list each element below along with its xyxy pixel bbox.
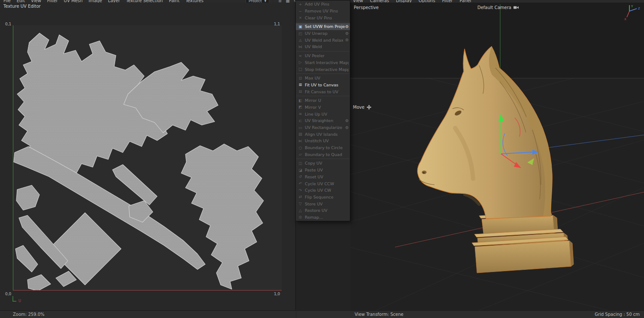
view-mode-text: Perspective xyxy=(354,5,379,10)
viewport-menubar-item-display[interactable]: Display xyxy=(396,0,412,3)
pin-remove-icon: − xyxy=(298,9,303,13)
menubar-item-texture-selection[interactable]: Texture Selection xyxy=(126,0,163,3)
uv-context-menu: +Add UV Pins−Remove UV Pins×Clear UV Pin… xyxy=(295,0,350,221)
menu-item-unstitch-uv: ⋉Unstitch UV xyxy=(296,138,350,144)
menu-item-remap: ◎Remap... xyxy=(296,214,350,221)
viewport-menubar: ViewCamerasDisplayOptionsFilterPanel xyxy=(353,0,471,3)
menu-item-label: Start Interactive Mapping xyxy=(305,60,349,65)
menu-item-uv-straighten: ⊏UV Straighten⚙ xyxy=(296,117,350,124)
hud-z-axis xyxy=(629,9,637,11)
menubar-item-file[interactable]: File xyxy=(3,0,11,3)
uv-statusbar: Zoom: 259.0% xyxy=(0,310,296,318)
viewport-menubar-item-filter[interactable]: Filter xyxy=(442,0,453,3)
menubar-item-view[interactable]: View xyxy=(31,0,41,3)
hud-x-label: X xyxy=(624,18,626,21)
menu-item-uv-weld-and-relax: ◬UV Weld and Relax⚙ xyxy=(296,37,350,43)
menu-item-label: UV Rectangularize xyxy=(305,125,342,130)
mid-statusbar xyxy=(296,310,350,318)
menubar-item-paint[interactable]: Paint xyxy=(169,0,179,3)
menu-item-flip-sequence: ⇄Flip Sequence xyxy=(296,194,350,201)
file-menus: FileEditViewFilterUV MeshImageLayerTextu… xyxy=(3,0,204,3)
view-mode-label[interactable]: Perspective xyxy=(354,5,379,10)
max-uv-icon: ⊡ xyxy=(298,76,303,80)
cycle-uv-ccw-icon: ↶ xyxy=(298,181,303,186)
menu-item-label: Set UVW from Projection xyxy=(305,24,345,29)
menu-item-label: UV Weld xyxy=(305,44,322,49)
menu-item-label: Mirror U xyxy=(305,98,321,103)
bodypaint-uv-edit-app: FileEditViewFilterUV MeshImageLayerTextu… xyxy=(0,0,644,318)
viewport-menubar-item-view[interactable]: View xyxy=(353,0,363,3)
menu-item-label: Paste UV xyxy=(305,168,323,172)
menubar-item-edit[interactable]: Edit xyxy=(17,0,25,3)
menubar-item-layer[interactable]: Layer xyxy=(108,0,120,3)
gear-icon[interactable]: ⚙ xyxy=(345,125,349,130)
layout-grid-icon[interactable]: ▦ xyxy=(286,0,289,3)
uv-weld-relax-icon: ◬ xyxy=(298,38,303,42)
menu-item-set-uvw-from-projection[interactable]: ▣Set UVW from Projection⚙ xyxy=(296,23,350,30)
menu-item-restore-uv: △Restore UV xyxy=(296,207,350,214)
menu-item-label: Boundary to Circle xyxy=(305,145,343,150)
project-dropdown[interactable]: Project ▾ xyxy=(246,0,269,3)
flip-sequence-icon: ⇄ xyxy=(298,195,303,199)
uv-axis-indicator: U xyxy=(12,296,24,303)
start-mapping-icon: ▷ xyxy=(298,60,303,64)
menu-item-remove-uv-pins: −Remove UV Pins xyxy=(296,8,350,15)
camera-label[interactable]: Default Camera xyxy=(477,5,519,10)
project-dropdown-label: Project xyxy=(249,0,262,3)
gear-icon[interactable]: ⚙ xyxy=(345,31,349,36)
menubar-item-image[interactable]: Image xyxy=(88,0,102,3)
reset-uv-icon: ↺ xyxy=(298,174,303,179)
menu-item-label: Max UV xyxy=(305,76,320,80)
viewport-menubar-item-options[interactable]: Options xyxy=(419,0,435,3)
grid-spacing-label: Grid Spacing : 50 cm xyxy=(595,312,640,317)
gear-icon[interactable]: ⚙ xyxy=(345,24,349,29)
menu-item-label: Stop Interactive Mapping xyxy=(305,67,349,72)
menu-item-fit-uv-to-canvas[interactable]: ⊞Fit UV to Canvas xyxy=(296,82,350,89)
stop-mapping-icon: □ xyxy=(298,67,303,71)
menu-item-uv-weld: ⋈UV Weld xyxy=(296,43,350,50)
menu-item-start-interactive-mapping: ▷Start Interactive Mapping xyxy=(296,59,350,66)
restore-uv-icon: △ xyxy=(298,208,303,213)
menu-item-label: Store UV xyxy=(305,202,323,206)
menu-item-label: Restore UV xyxy=(305,208,328,213)
menu-separator xyxy=(296,159,349,159)
uv-weld-icon: ⋈ xyxy=(298,45,303,49)
nostril-shadow xyxy=(423,172,425,174)
uv-canvas[interactable] xyxy=(13,25,282,290)
tool-name-text: Move xyxy=(353,105,365,110)
menu-item-label: Reset UV xyxy=(305,174,323,179)
gear-icon[interactable]: ⚙ xyxy=(345,119,349,123)
cycle-uv-cw-icon: ↷ xyxy=(298,188,303,193)
gear-icon[interactable]: ⚙ xyxy=(345,38,349,42)
menu-item-line-up-uv: ≡Line Up UV xyxy=(296,110,350,117)
uv-rectangularize-icon: ▭ xyxy=(298,125,303,130)
chevron-down-icon: ▾ xyxy=(264,0,267,3)
menu-item-fit-canvas-to-uv: ⊟Fit Canvas to UV xyxy=(296,88,350,95)
menu-item-label: UV Straighten xyxy=(305,118,333,123)
move-icon xyxy=(367,105,371,110)
toolbar-icons: ≣▦↻ xyxy=(278,0,297,3)
menu-item-label: Copy UV xyxy=(305,161,322,165)
menubar-item-uv-mesh[interactable]: UV Mesh xyxy=(64,0,83,3)
menu-item-label: Boundary to Quad xyxy=(305,152,342,157)
viewport-scene[interactable] xyxy=(350,3,644,310)
paste-uv-icon: ◪ xyxy=(298,168,303,172)
u-axis-label: U xyxy=(18,299,21,303)
menubar-item-textures[interactable]: Textures xyxy=(185,0,204,3)
menu-item-label: Cycle UV CW xyxy=(305,188,331,193)
3d-viewport[interactable]: Perspective Default Camera Move Y Z X V xyxy=(350,3,644,318)
uv-straighten-icon: ⊏ xyxy=(298,119,303,123)
store-uv-icon: ▽ xyxy=(298,202,303,206)
menu-item-copy-uv: ◫Copy UV xyxy=(296,160,350,167)
list-icon[interactable]: ≣ xyxy=(278,0,282,3)
menu-item-reset-uv: ↺Reset UV xyxy=(296,174,350,180)
fit-uv-to-canvas-icon: ⊞ xyxy=(298,83,303,87)
viewport-menubar-item-panel[interactable]: Panel xyxy=(459,0,471,3)
v-axis-corner-icon xyxy=(13,296,16,301)
viewport-menubar-item-cameras[interactable]: Cameras xyxy=(370,0,389,3)
menu-item-max-uv: ⊡Max UV xyxy=(296,75,350,82)
fit-canvas-to-uv-icon: ⊟ xyxy=(298,89,303,94)
boundary-to-circle-icon: ○ xyxy=(298,146,303,150)
menu-item-label: Add UV Pins xyxy=(305,2,329,6)
menubar-item-filter[interactable]: Filter xyxy=(47,0,58,3)
